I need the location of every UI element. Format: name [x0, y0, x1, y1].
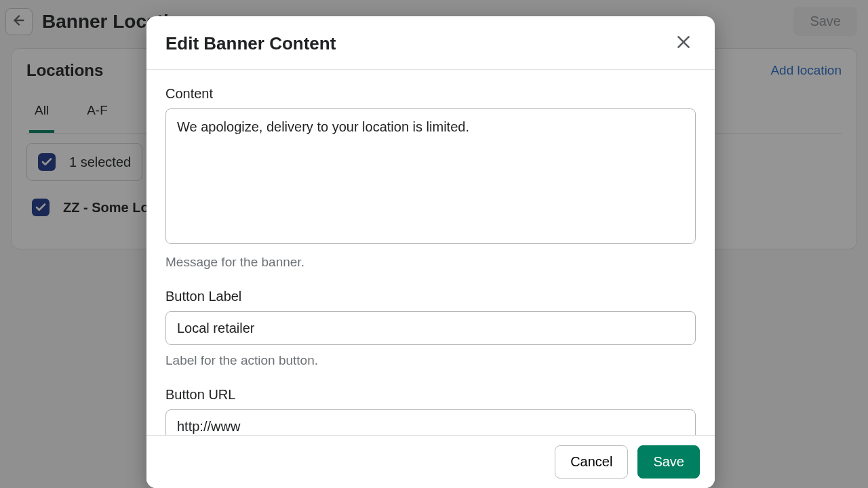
content-label: Content	[165, 86, 696, 102]
save-button[interactable]: Save	[637, 445, 700, 479]
button-label-label: Button Label	[165, 289, 696, 304]
button-label-input[interactable]	[165, 311, 696, 345]
button-label-helper: Label for the action button.	[165, 353, 696, 368]
modal-title: Edit Banner Content	[165, 33, 336, 54]
button-url-label: Button URL	[165, 387, 696, 403]
cancel-button[interactable]: Cancel	[555, 445, 628, 479]
button-url-input[interactable]	[165, 409, 696, 435]
close-icon	[675, 33, 692, 54]
content-textarea[interactable]	[165, 108, 696, 244]
content-helper: Message for the banner.	[165, 255, 696, 270]
edit-banner-modal: Edit Banner Content Content Message for …	[146, 16, 715, 488]
modal-body[interactable]: Content Message for the banner. Button L…	[146, 70, 715, 435]
modal-close-button[interactable]	[671, 31, 696, 56]
